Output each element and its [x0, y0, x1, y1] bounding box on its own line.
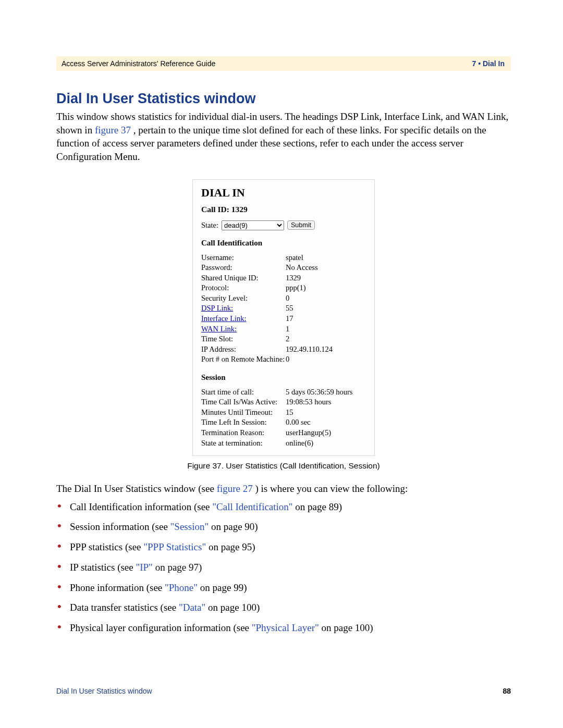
session-block: Start time of call:5 days 05:36:59 hours…	[201, 387, 366, 448]
kv-link[interactable]: WAN Link:	[201, 325, 237, 333]
submit-button[interactable]: Submit	[287, 220, 315, 230]
list-item: IP statistics (see "IP" on page 97)	[56, 561, 511, 574]
header-right: 7 • Dial In	[472, 59, 505, 68]
list-item: Phone information (see "Phone" on page 9…	[56, 582, 511, 595]
kv-value: 1329	[286, 273, 366, 283]
bullet-text-b: on page 100)	[205, 602, 260, 613]
after-figure-paragraph: The Dial In User Statistics window (see …	[56, 482, 511, 496]
kv-key: Password:	[201, 263, 286, 273]
kv-value: 0	[286, 354, 366, 365]
kv-key: Start time of call:	[201, 387, 286, 398]
kv-value: userHangup(5)	[286, 428, 366, 438]
kv-key: Security Level:	[201, 293, 286, 304]
state-label: State:	[201, 221, 218, 230]
kv-value: 1	[286, 324, 366, 335]
state-row: State: dead(9) Submit	[201, 220, 366, 230]
figure-call-id: Call ID: 1329	[201, 205, 366, 214]
kv-row: IP Address:192.49.110.124	[201, 344, 366, 355]
bullet-text-b: on page 95)	[206, 541, 255, 552]
bullet-xref[interactable]: "Phone"	[165, 582, 198, 593]
kv-key: Minutes Until Timeout:	[201, 408, 286, 418]
bullet-list: Call Identification information (see "Ca…	[56, 501, 511, 635]
after-fig-link[interactable]: figure 27	[217, 483, 253, 494]
bullet-text-a: Session information (see	[70, 521, 170, 532]
list-item: Call Identification information (see "Ca…	[56, 501, 511, 514]
kv-value: spatel	[286, 253, 366, 263]
kv-value: 19:08:53 hours	[286, 397, 366, 408]
kv-key: DSP Link:	[201, 303, 286, 314]
figure-wrap: DIAL IN Call ID: 1329 State: dead(9) Sub…	[56, 179, 511, 471]
kv-value: 5 days 05:36:59 hours	[286, 387, 366, 398]
kv-value: 0	[286, 293, 366, 304]
kv-row: Minutes Until Timeout:15	[201, 408, 366, 418]
kv-key: Username:	[201, 253, 286, 263]
list-item: Session information (see "Session" on pa…	[56, 521, 511, 534]
header-bar: Access Server Administrators' Reference …	[56, 56, 511, 71]
bullet-text-b: on page 89)	[293, 501, 342, 512]
kv-row: Protocol:ppp(1)	[201, 283, 366, 293]
kv-row: Port # on Remote Machine:0	[201, 354, 366, 365]
bullet-text-b: on page 90)	[209, 521, 258, 532]
list-item: Data transfer statistics (see "Data" on …	[56, 601, 511, 614]
footer-left: Dial In User Statistics window	[56, 687, 152, 695]
kv-row: DSP Link:55	[201, 303, 366, 314]
bullet-xref[interactable]: "Call Identification"	[212, 501, 292, 512]
list-item: Physical layer configuration information…	[56, 622, 511, 635]
kv-value: 0.00 sec	[286, 417, 366, 428]
kv-row: WAN Link:1	[201, 324, 366, 335]
kv-value: 55	[286, 303, 366, 314]
intro-paragraph: This window shows statistics for individ…	[56, 110, 511, 164]
kv-key: Port # on Remote Machine:	[201, 354, 286, 365]
kv-key: Protocol:	[201, 283, 286, 293]
kv-value: 2	[286, 334, 366, 344]
kv-key: Time Slot:	[201, 334, 286, 344]
state-select[interactable]: dead(9)	[222, 220, 284, 230]
intro-figure-link[interactable]: figure 37	[95, 125, 131, 135]
figure-session-heading: Session	[201, 373, 366, 382]
footer-right: 88	[503, 687, 511, 695]
bullet-xref[interactable]: "Physical Layer"	[252, 622, 319, 633]
page: Access Server Administrators' Reference …	[0, 0, 563, 716]
kv-value: 192.49.110.124	[286, 344, 366, 355]
kv-key: Time Left In Session:	[201, 417, 286, 428]
bullet-xref[interactable]: "Session"	[170, 521, 209, 532]
figure-call-ident-heading: Call Identification	[201, 239, 366, 248]
kv-value: No Access	[286, 263, 366, 273]
kv-row: Time Slot:2	[201, 334, 366, 344]
after-fig-a: The Dial In User Statistics window (see	[56, 483, 217, 494]
kv-key: IP Address:	[201, 344, 286, 355]
kv-value: online(6)	[286, 438, 366, 449]
kv-row: Username:spatel	[201, 253, 366, 263]
bullet-text-b: on page 100)	[319, 622, 373, 633]
bullet-xref[interactable]: "Data"	[179, 602, 205, 613]
kv-value: ppp(1)	[286, 283, 366, 293]
kv-row: Shared Unique ID:1329	[201, 273, 366, 283]
kv-row: Interface Link:17	[201, 314, 366, 324]
section-title: Dial In User Statistics window	[56, 91, 511, 107]
kv-row: Start time of call:5 days 05:36:59 hours	[201, 387, 366, 398]
kv-row: Password:No Access	[201, 263, 366, 273]
bullet-xref[interactable]: "IP"	[136, 562, 152, 573]
bullet-text-a: IP statistics (see	[70, 562, 136, 573]
kv-value: 17	[286, 314, 366, 324]
kv-row: Time Call Is/Was Active:19:08:53 hours	[201, 397, 366, 408]
kv-key: Interface Link:	[201, 314, 286, 324]
bullet-text-b: on page 99)	[198, 582, 247, 593]
figure-screenshot: DIAL IN Call ID: 1329 State: dead(9) Sub…	[192, 179, 375, 456]
bullet-xref[interactable]: "PPP Statistics"	[143, 541, 206, 552]
kv-link[interactable]: Interface Link:	[201, 314, 247, 323]
footer: Dial In User Statistics window 88	[56, 687, 511, 695]
bullet-text-a: Physical layer configuration information…	[70, 622, 252, 633]
call-ident-block: Username:spatelPassword:No AccessShared …	[201, 253, 366, 365]
content: Dial In User Statistics window This wind…	[56, 91, 511, 635]
kv-key: Time Call Is/Was Active:	[201, 397, 286, 408]
bullet-text-a: Phone information (see	[70, 582, 165, 593]
bullet-text-b: on page 97)	[153, 562, 202, 573]
kv-key: State at termination:	[201, 438, 286, 449]
bullet-text-a: PPP statistics (see	[70, 541, 143, 552]
kv-link[interactable]: DSP Link:	[201, 304, 233, 312]
bullet-text-a: Data transfer statistics (see	[70, 602, 179, 613]
kv-key: Termination Reason:	[201, 428, 286, 438]
header-left: Access Server Administrators' Reference …	[62, 59, 215, 68]
kv-row: Time Left In Session:0.00 sec	[201, 417, 366, 428]
